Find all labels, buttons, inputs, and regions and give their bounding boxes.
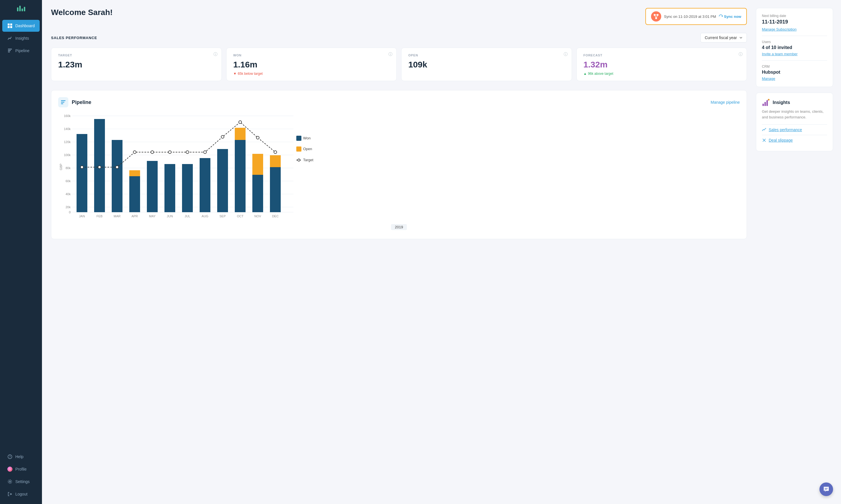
chart-line-icon [762,127,767,132]
sales-performance-link[interactable]: Sales performance [762,124,827,135]
up-arrow-icon: ▲ [583,72,587,76]
svg-rect-6 [8,52,10,52]
crm-divider [762,60,827,61]
bar-oct-won [235,140,246,212]
kpi-value-target: 1.23m [58,60,215,69]
kpi-value-open: 109k [408,60,565,69]
help-icon: ? [7,454,13,459]
crm-manage-link[interactable]: Manage [762,76,775,81]
kpi-row: ⓘ TARGET 1.23m ⓘ WON 1.16m ▼ 65k below t… [51,48,747,81]
kpi-card-forecast: ⓘ FORECAST 1.32m ▲ 96k above target [576,48,747,81]
svg-rect-42 [765,102,766,106]
pipeline-title-row: Pipeline [58,97,91,107]
chevron-down-icon [739,36,742,39]
crm-label: CRM [762,65,827,69]
kpi-info-won[interactable]: ⓘ [388,52,392,57]
kpi-info-target[interactable]: ⓘ [213,52,217,57]
billing-divider [762,36,827,36]
sidebar-item-profile[interactable]: S Profile [2,463,40,475]
sidebar-item-help[interactable]: ? Help [2,451,40,463]
svg-text:20k: 20k [66,205,71,209]
sidebar-item-settings[interactable]: Settings [2,476,40,488]
sidebar-settings-label: Settings [15,479,30,484]
sidebar-item-logout[interactable]: Logout [2,488,40,500]
sync-now-button[interactable]: Sync now [719,15,741,19]
target-point-jun [169,151,171,154]
sync-icon [719,15,723,18]
svg-text:?: ? [9,455,11,458]
bar-sep-won [217,149,228,212]
bar-apr-open [129,170,140,176]
svg-rect-19 [61,100,66,101]
legend-target-circle [298,159,300,161]
target-point-dec [274,151,277,154]
profile-avatar: S [7,467,13,472]
legend-target-label: Target [303,158,314,162]
sidebar-item-dashboard[interactable]: Dashboard [2,20,40,32]
sidebar-item-pipeline[interactable]: Pipeline [2,45,40,57]
manage-pipeline-button[interactable]: Manage pipeline [711,100,740,105]
x-label-aug: AUG [202,214,208,218]
svg-rect-41 [763,104,764,106]
hubspot-icon [651,11,661,21]
x-label-jan: JAN [79,214,85,218]
sidebar-nav: Dashboard Insights Pipeline [0,17,42,450]
legend-open-color [296,146,301,151]
kpi-card-target: ⓘ TARGET 1.23m [51,48,222,81]
sync-box: Sync on 11-10-2019 at 3:01 PM Sync now [645,8,747,25]
legend-won-color [296,136,301,141]
svg-text:GBP: GBP [59,163,63,170]
svg-point-12 [651,11,661,21]
svg-rect-43 [767,100,768,106]
bar-nov-won [252,175,263,212]
bar-jan-won [76,134,87,212]
svg-rect-1 [10,23,12,25]
chat-bubble[interactable] [820,483,833,496]
svg-text:40k: 40k [66,192,71,196]
kpi-value-forecast: 1.32m [583,60,740,69]
kpi-info-open[interactable]: ⓘ [564,52,568,57]
target-point-apr [133,151,136,154]
svg-rect-0 [8,23,10,25]
svg-rect-4 [8,49,12,50]
invite-team-member-link[interactable]: Invite a team member [762,52,798,56]
svg-text:160k: 160k [64,114,71,118]
manage-subscription-link[interactable]: Manage Subscription [762,27,796,32]
logout-icon [7,491,13,497]
kpi-info-forecast[interactable]: ⓘ [739,52,742,57]
kpi-delta-forecast: ▲ 96k above target [583,72,740,76]
sidebar-item-insights[interactable]: Insights [2,32,40,44]
svg-text:140k: 140k [64,127,71,131]
target-point-mar [116,166,119,168]
billing-label: Next billing date [762,14,827,18]
sidebar: Dashboard Insights Pipeline [0,0,42,504]
insights-card-desc: Get deeper insights on teams, clients, a… [762,109,827,120]
x-label-sep: SEP [220,214,226,218]
billing-date: 11-11-2019 [762,19,827,25]
target-point-may [151,151,154,154]
logo-icon [17,6,25,11]
kpi-label-forecast: FORECAST [583,54,740,57]
x-label-feb: FEB [97,214,102,218]
users-count: 4 of 10 invited [762,45,827,50]
deal-slippage-link[interactable]: Deal slippage [762,135,827,145]
svg-rect-21 [61,103,63,104]
dashboard-icon [7,23,13,28]
x-label-jun: JUN [167,214,173,218]
svg-rect-2 [8,26,10,28]
period-selector[interactable]: Current fiscal year [700,33,747,42]
target-point-nov [256,136,259,139]
top-bar: Welcome Sarah! Sync on 11-10-2019 at 3:0… [51,8,747,25]
chart-container: GBP 160k 140k 120k 100k 80k 60k 40k 2 [58,113,740,232]
svg-rect-3 [10,26,12,28]
sidebar-pipeline-label: Pipeline [15,49,30,53]
legend-won-label: Won [303,136,311,140]
deal-slippage-icon [762,138,767,143]
welcome-title: Welcome Sarah! [51,8,112,17]
svg-rect-20 [61,102,64,103]
svg-text:80k: 80k [66,166,71,170]
sales-performance-header: SALES PERFORMANCE Current fiscal year [51,33,747,42]
pipeline-icon-box [58,97,68,107]
insights-card-header: Insights [762,98,827,107]
down-arrow-icon: ▼ [233,72,237,76]
